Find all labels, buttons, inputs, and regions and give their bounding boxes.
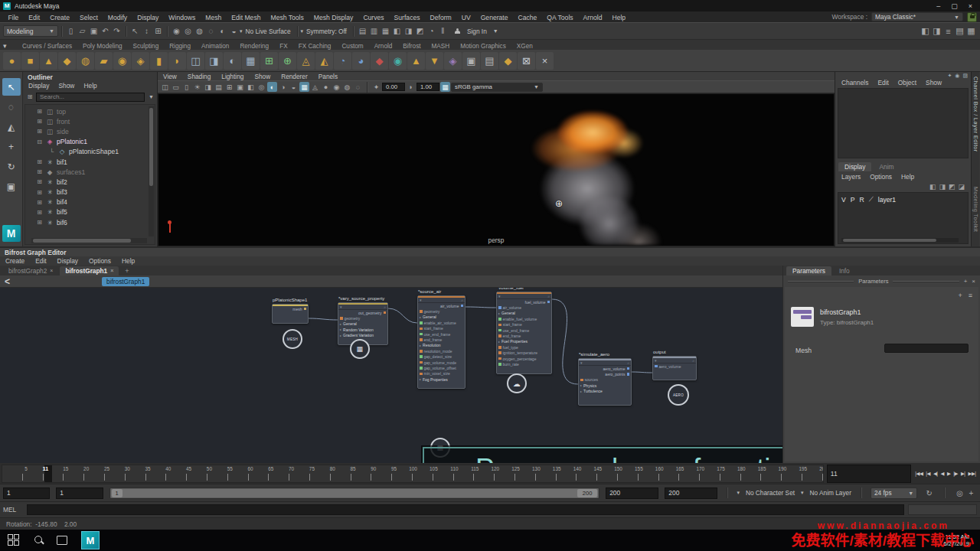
snap-icon[interactable]: ◍ <box>194 25 205 37</box>
shelf-tool-icon[interactable]: ◆ <box>499 52 517 70</box>
shelf-tool-icon[interactable]: ● <box>3 52 21 70</box>
gamma-field[interactable]: 1.00 <box>416 83 439 91</box>
viewport-toolbar-icon[interactable]: ◌ <box>353 82 363 92</box>
selection-mode-icon[interactable]: ⊞ <box>152 25 164 37</box>
file-op-icon[interactable]: ↶ <box>100 25 111 37</box>
exposure-field[interactable]: 0.00 <box>382 83 405 91</box>
shelf-tab[interactable]: Motion Graphics <box>455 43 511 50</box>
panel-toggle-icon[interactable]: ▤ <box>954 25 965 37</box>
menu-item[interactable]: Mesh Tools <box>266 14 309 21</box>
menu-item[interactable]: QA Tools <box>542 14 578 21</box>
parameters-section-label[interactable]: Parameters <box>858 278 888 285</box>
breadcrumb[interactable]: bifrostGraph1 <box>102 277 149 286</box>
outliner-item[interactable]: ⊟ ◈ pPlatonic1 <box>25 137 155 147</box>
menu-item[interactable]: Help <box>607 14 631 21</box>
loop-icon[interactable]: ↻ <box>923 487 935 499</box>
layer-row[interactable]: V P R ⟋ layer1 <box>838 193 968 206</box>
snap-icon[interactable]: ◒ <box>228 25 240 37</box>
node-port[interactable]: ignition_temperature <box>497 350 551 356</box>
menu-item[interactable]: Modify <box>103 14 132 21</box>
layer-action-icon[interactable]: ◨ <box>939 183 946 191</box>
node-port[interactable]: sources <box>579 377 631 383</box>
layer-action-icon[interactable]: ◧ <box>929 183 936 191</box>
outliner-item[interactable]: ⊞ ✳ bif4 <box>25 197 155 207</box>
layer-action-icon[interactable]: ◪ <box>958 183 965 191</box>
node-port[interactable]: resolution_mode <box>418 348 465 354</box>
command-language-toggle[interactable]: MEL <box>3 506 23 514</box>
channel-box-menu-item[interactable]: Object <box>893 79 921 86</box>
tool-button[interactable]: + <box>2 138 21 155</box>
playback-button[interactable]: ▶▶| <box>967 471 977 477</box>
taskbar-maya-icon[interactable]: M <box>81 531 100 549</box>
tool-button[interactable]: ◭ <box>2 118 21 135</box>
shelf-tool-icon[interactable]: ◉ <box>389 52 407 70</box>
render-icon[interactable]: ▦ <box>380 25 391 37</box>
shelf-tool-icon[interactable]: ▤ <box>481 52 498 70</box>
shelf-tool-icon[interactable]: ◐ <box>224 52 241 70</box>
shelf-tool-icon[interactable]: ▣ <box>462 52 480 70</box>
menu-item[interactable]: Create <box>45 14 75 21</box>
tree-expand-icon[interactable]: ⊞ <box>36 219 43 226</box>
panel-toggle-icon[interactable]: ◨ <box>931 25 942 37</box>
menu-item[interactable]: Surfaces <box>389 14 425 21</box>
tree-expand-icon[interactable]: ⊞ <box>36 189 43 196</box>
tree-expand-icon[interactable]: ⊞ <box>36 209 43 216</box>
new-tab-button[interactable]: + <box>120 267 133 275</box>
node-port[interactable]: Random Variation <box>338 327 387 332</box>
node-port[interactable]: enable_air_volume <box>418 320 465 325</box>
current-frame-field[interactable]: 11 <box>827 465 911 483</box>
menu-item[interactable]: Arnold <box>578 14 607 21</box>
command-input[interactable] <box>27 504 904 515</box>
playhead[interactable]: 11 <box>44 465 52 482</box>
tab-channel-box-layer-editor[interactable]: Channel Box / Layer Editor <box>972 77 979 152</box>
playback-button[interactable]: |◀◀ <box>914 471 924 477</box>
channel-box-menu-item[interactable]: Channels <box>837 79 873 86</box>
viewport-toolbar-icon[interactable]: ◨ <box>203 82 213 92</box>
shelf-tool-icon[interactable]: ▲ <box>407 52 425 70</box>
viewport-toolbar-icon[interactable]: ◧ <box>246 82 256 92</box>
shelf-tool-icon[interactable]: ◈ <box>132 52 149 70</box>
viewport-menu-item[interactable]: View <box>158 73 182 80</box>
shelf-tool-icon[interactable]: ⊠ <box>518 52 535 70</box>
file-op-icon[interactable]: ↷ <box>111 25 122 37</box>
shelf-tool-icon[interactable]: ◕ <box>352 52 370 70</box>
shelf-tool-icon[interactable]: ⊕ <box>279 52 296 70</box>
color-management-icon[interactable]: ▦ <box>440 82 450 92</box>
playback-button[interactable]: ▶| <box>959 471 966 477</box>
viewport-toolbar-icon[interactable]: ◍ <box>342 82 352 92</box>
render-icon[interactable]: ◨ <box>403 25 414 37</box>
node-source-air[interactable]: *source_air ▾⌕ air_volume geometry Gene <box>417 295 466 389</box>
playback-button[interactable]: |▶ <box>952 471 959 477</box>
channel-list[interactable] <box>838 88 969 158</box>
menu-item[interactable]: File <box>3 14 24 21</box>
outliner-item[interactable]: ⊞ ✳ bif6 <box>25 217 155 227</box>
close-icon[interactable]: × <box>110 268 113 273</box>
render-icon[interactable]: ‖ <box>437 25 449 37</box>
chevron-down-icon[interactable]: ▼ <box>149 94 154 99</box>
tree-expand-icon[interactable]: ⊟ <box>36 139 43 145</box>
snap-icon[interactable]: ◎ <box>182 25 194 37</box>
viewport-toolbar-icon[interactable]: ▦ <box>299 82 309 92</box>
auto-key-icon[interactable]: ◎ <box>954 487 965 499</box>
menu-item[interactable]: Curves <box>358 14 389 21</box>
outliner-item[interactable]: ⊞ ◫ front <box>25 116 155 126</box>
back-arrow-button[interactable]: < <box>5 276 10 287</box>
shelf-tab[interactable]: Rigging <box>164 43 196 50</box>
node-port[interactable]: start_frame <box>497 322 551 328</box>
tree-expand-icon[interactable]: └ <box>48 148 55 155</box>
tree-expand-icon[interactable]: ⊞ <box>36 178 43 185</box>
shelf-tool-icon[interactable]: ▲ <box>40 52 57 70</box>
snap-icon[interactable]: ◉ <box>171 25 182 37</box>
node-port[interactable]: use_end_frame <box>418 331 465 337</box>
node-port[interactable]: Turbulence <box>579 389 631 394</box>
playback-end-field[interactable]: 200 <box>606 487 658 499</box>
file-op-icon[interactable]: ▣ <box>88 25 100 37</box>
layer-editor-menu-item[interactable]: Help <box>897 173 919 181</box>
view-transform-dropdown[interactable]: sRGB gamma▼ <box>451 83 543 92</box>
snap-icon[interactable]: ◐ <box>217 25 228 37</box>
node-output[interactable]: output ▾⌕ aero_volume <box>652 356 697 380</box>
shelf-tab[interactable]: FX Caching <box>293 43 337 50</box>
symmetry-label[interactable]: Symmetry: Off <box>306 28 347 35</box>
node-port[interactable]: geometry <box>418 308 465 314</box>
outliner-menu-item[interactable]: Display <box>24 82 53 90</box>
